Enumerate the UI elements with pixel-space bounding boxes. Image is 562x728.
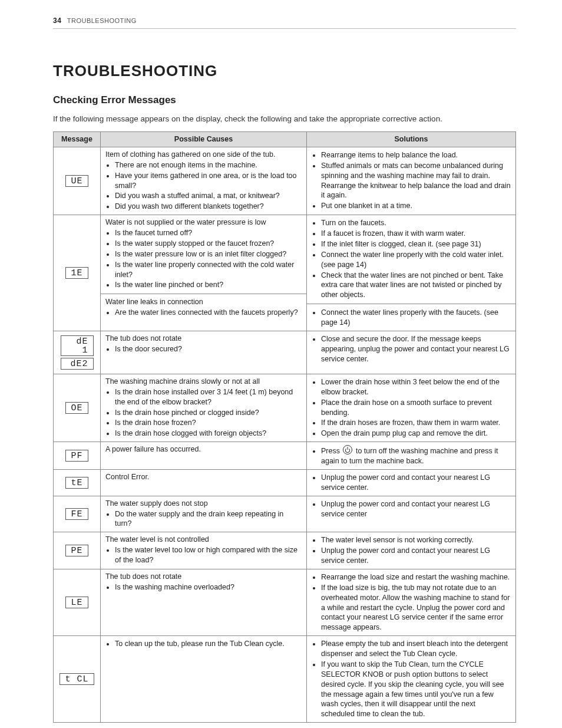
cause-item: Is the drain hose pinched or clogged ins… — [115, 408, 302, 418]
solution-item: Rearrange the load size and restart the … — [321, 572, 511, 582]
solution-item: Turn on the faucets. — [321, 218, 511, 228]
cause-item: Did you wash two different blankets toge… — [115, 202, 302, 212]
solution-item: If a faucet is frozen, thaw it with warm… — [321, 229, 511, 239]
solutions-cell: Unplug the power cord and contact your n… — [307, 469, 516, 496]
table-row: UEItem of clothing has gathered on one s… — [54, 147, 516, 215]
cause-item: Is the water line pinched or bent? — [115, 280, 302, 290]
error-table: Message Possible Causes Solutions UEItem… — [53, 131, 516, 723]
cause-lead: The tub does not rotate — [105, 572, 302, 582]
cause-lead: The washing machine drains slowly or not… — [105, 377, 302, 387]
solution-item: Lower the drain hose within 3 feet below… — [321, 377, 511, 397]
error-code: LE — [65, 597, 88, 608]
cause-lead: A power failure has occurred. — [105, 444, 302, 454]
message-cell: PE — [54, 532, 101, 569]
table-row: t CLTo clean up the tub, please run the … — [54, 636, 516, 723]
cause-lead: The water level is not controlled — [105, 535, 302, 545]
solution-item: Check that the water lines are not pinch… — [321, 271, 511, 301]
message-cell: LE — [54, 569, 101, 635]
solutions-cell: Turn on the faucets.If a faucet is froze… — [307, 215, 516, 331]
message-cell: 1E — [54, 215, 101, 331]
cause-lead: The water supply does not stop — [105, 499, 302, 509]
cause-item: Have your items gathered in one area, or… — [115, 171, 302, 191]
causes-cell: The tub does not rotateIs the door secur… — [101, 331, 307, 374]
page-number: 34 — [53, 17, 61, 25]
cause-lead: Item of clothing has gathered on one sid… — [105, 150, 302, 160]
solutions-cell: Rearrange items to help balance the load… — [307, 147, 516, 215]
solution-item: Unplug the power cord and contact your n… — [321, 473, 511, 493]
causes-cell: Water is not supplied or the water press… — [101, 215, 307, 331]
solutions-cell: Close and secure the door. If the messag… — [307, 331, 516, 374]
cause-item: Is the washing machine overloaded? — [115, 582, 302, 592]
solution-item: If the load size is big, the tub may not… — [321, 583, 511, 633]
error-code: PF — [65, 450, 88, 462]
table-header-row: Message Possible Causes Solutions — [54, 132, 516, 147]
message-cell: FE — [54, 496, 101, 532]
cause-item: Is the water supply stopped or the fauce… — [115, 239, 302, 249]
cause-item: To clean up the tub, please run the Tub … — [115, 639, 302, 649]
cause-lead: Control Error. — [105, 472, 302, 482]
page: 34 TROUBLESHOOTING TROUBLESHOOTING Check… — [0, 0, 562, 728]
solutions-cell: The water level sensor is not working co… — [307, 532, 516, 569]
table-row: dE 1dE2The tub does not rotateIs the doo… — [54, 331, 516, 374]
solution-item: Put one blanket in at a time. — [321, 201, 511, 211]
cause-item: Is the drain hose installed over 3 1/4 f… — [115, 387, 302, 407]
causes-cell: The tub does not rotateIs the washing ma… — [101, 569, 307, 635]
cause-item: Is the water line properly connected wit… — [115, 260, 302, 280]
cause-item: There are not enough items in the machin… — [115, 160, 302, 170]
error-code: t CL — [59, 673, 94, 685]
running-head-title: TROUBLESHOOTING — [67, 17, 137, 24]
cause-item: Is the water pressure low or is an inlet… — [115, 249, 302, 259]
cause-item: Did you wash a stuffed animal, a mat, or… — [115, 191, 302, 201]
solution-item: Press to turn off the washing machine an… — [321, 445, 511, 466]
error-code: dE2 — [61, 358, 94, 370]
error-code: UE — [65, 175, 88, 187]
solution-item: Open the drain pump plug cap and remove … — [321, 429, 511, 439]
causes-cell: Control Error. — [101, 469, 307, 496]
message-cell: UE — [54, 147, 101, 215]
causes-cell: To clean up the tub, please run the Tub … — [101, 636, 307, 723]
solutions-cell: Unplug the power cord and contact your n… — [307, 496, 516, 532]
page-title: TROUBLESHOOTING — [53, 62, 516, 80]
cause-item: Is the water level too low or high compa… — [115, 545, 302, 565]
cause-item: Do the water supply and the drain keep r… — [115, 509, 302, 529]
solution-item: Unplug the power cord and contact your n… — [321, 546, 511, 566]
error-code: 1E — [65, 267, 88, 279]
message-cell: PF — [54, 442, 101, 470]
col-message: Message — [54, 132, 101, 147]
solutions-cell: Rearrange the load size and restart the … — [307, 569, 516, 635]
cause-item: Are the water lines connected with the f… — [115, 308, 302, 318]
causes-cell: Item of clothing has gathered on one sid… — [101, 147, 307, 215]
solution-item: Close and secure the door. If the messag… — [321, 334, 511, 364]
message-cell: t CL — [54, 636, 101, 723]
causes-cell: The water level is not controlledIs the … — [101, 532, 307, 569]
col-solutions: Solutions — [307, 132, 516, 147]
section-intro: If the following message appears on the … — [53, 114, 516, 123]
cause-lead: The tub does not rotate — [105, 334, 302, 344]
table-row: FEThe water supply does not stopDo the w… — [54, 496, 516, 532]
cause-item: Is the door secured? — [115, 344, 302, 354]
causes-cell: The water supply does not stopDo the wat… — [101, 496, 307, 532]
error-code: tE — [65, 477, 88, 489]
solution-item: Stuffed animals or mats can become unbal… — [321, 161, 511, 201]
message-cell: dE 1dE2 — [54, 331, 101, 374]
solution-item: Place the drain hose on a smooth surface… — [321, 398, 511, 418]
cause-lead: Water line leaks in connection — [105, 297, 302, 307]
table-row: 1EWater is not supplied or the water pre… — [54, 215, 516, 331]
solutions-cell: Press to turn off the washing machine an… — [307, 442, 516, 470]
solution-item: Rearrange items to help balance the load… — [321, 150, 511, 160]
solution-item: Connect the water line properly with the… — [321, 250, 511, 270]
cause-item: Is the faucet turned off? — [115, 228, 302, 238]
solutions-cell: Please empty the tub and insert bleach i… — [307, 636, 516, 723]
solution-item: Connect the water lines properly with th… — [321, 308, 511, 328]
message-cell: OE — [54, 374, 101, 442]
message-cell: tE — [54, 469, 101, 496]
solution-item: Please empty the tub and insert bleach i… — [321, 639, 511, 659]
solution-item: If the drain hoses are frozen, thaw them… — [321, 418, 511, 428]
table-row: PFA power failure has occurred.Press to … — [54, 442, 516, 470]
solution-item: The water level sensor is not working co… — [321, 535, 511, 545]
cause-lead: Water is not supplied or the water press… — [105, 218, 302, 228]
col-causes: Possible Causes — [101, 132, 307, 147]
causes-cell: A power failure has occurred. — [101, 442, 307, 470]
table-row: tEControl Error.Unplug the power cord an… — [54, 469, 516, 496]
table-row: OEThe washing machine drains slowly or n… — [54, 374, 516, 442]
